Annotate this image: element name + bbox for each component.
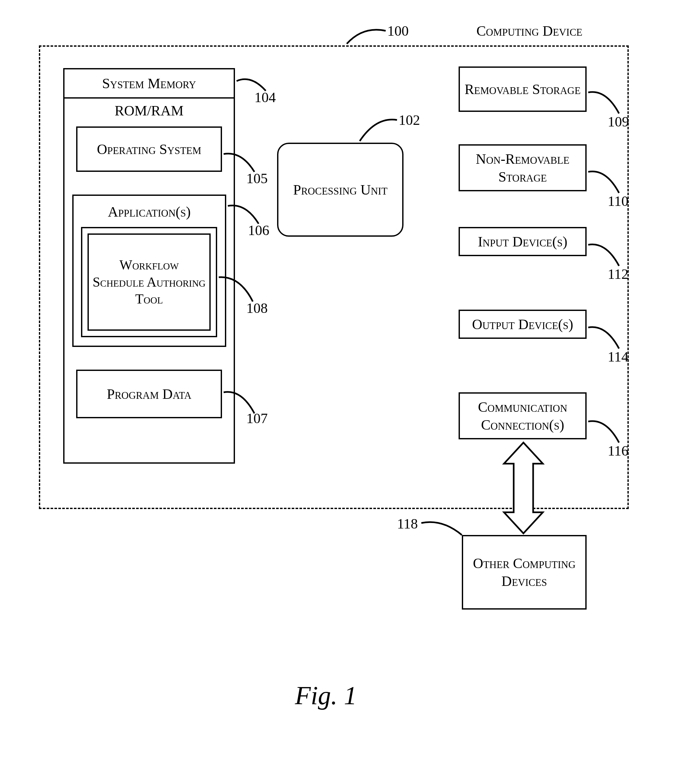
operating-system-label: Operating System (94, 139, 205, 160)
leader-114 (586, 323, 622, 352)
input-devices-box: Input Device(s) (459, 227, 586, 256)
output-devices-label: Output Device(s) (469, 313, 576, 335)
diagram-canvas: Computing Device 100 System Memory 104 R… (13, 13, 665, 771)
input-devices-label: Input Device(s) (474, 231, 571, 253)
operating-system-box: Operating System (76, 126, 222, 172)
leader-116 (586, 417, 622, 446)
rom-ram-label: ROM/RAM (64, 103, 234, 119)
ref-100: 100 (387, 23, 409, 39)
system-memory-label: System Memory (99, 73, 199, 94)
ref-112: 112 (608, 266, 628, 282)
leader-110 (586, 167, 622, 196)
system-memory-header: System Memory (63, 68, 235, 97)
processing-unit-box: Processing Unit (277, 143, 403, 237)
ref-105: 105 (246, 170, 268, 187)
output-devices-box: Output Device(s) (459, 310, 586, 339)
ref-109: 109 (608, 114, 629, 130)
leader-118 (420, 517, 465, 540)
removable-storage-box: Removable Storage (459, 67, 586, 112)
leader-109 (586, 87, 622, 117)
comm-connections-box: Communication Connection(s) (459, 392, 586, 440)
svg-marker-0 (504, 443, 543, 533)
leader-112 (586, 240, 622, 269)
ref-116: 116 (608, 443, 628, 459)
ref-110: 110 (608, 193, 628, 209)
bidirectional-arrow-icon (499, 441, 548, 535)
ref-114: 114 (608, 349, 628, 365)
ref-102: 102 (399, 112, 420, 128)
program-data-box: Program Data (76, 369, 222, 418)
ref-107: 107 (246, 410, 268, 427)
non-removable-storage-box: Non-Removable Storage (459, 144, 586, 191)
removable-storage-label: Removable Storage (461, 78, 584, 100)
non-removable-storage-label: Non-Removable Storage (460, 148, 585, 188)
ref-104: 104 (254, 89, 276, 106)
comm-connections-label: Communication Connection(s) (460, 396, 585, 436)
ref-118: 118 (397, 516, 418, 532)
figure-caption: Fig. 1 (295, 681, 357, 711)
other-devices-box: Other Computing Devices (462, 535, 586, 609)
applications-label: Application(s) (73, 201, 225, 223)
program-data-label: Program Data (103, 383, 194, 405)
workflow-tool-label: Workflow Schedule Authoring Tool (89, 254, 209, 310)
workflow-tool-box: Workflow Schedule Authoring Tool (87, 234, 211, 331)
ref-106: 106 (248, 222, 269, 238)
leader-100 (344, 24, 389, 50)
ref-108: 108 (246, 300, 268, 316)
computing-device-label: Computing Device (476, 23, 582, 39)
processing-unit-label: Processing Unit (290, 179, 390, 201)
other-devices-label: Other Computing Devices (463, 552, 585, 592)
leader-102 (356, 115, 399, 144)
